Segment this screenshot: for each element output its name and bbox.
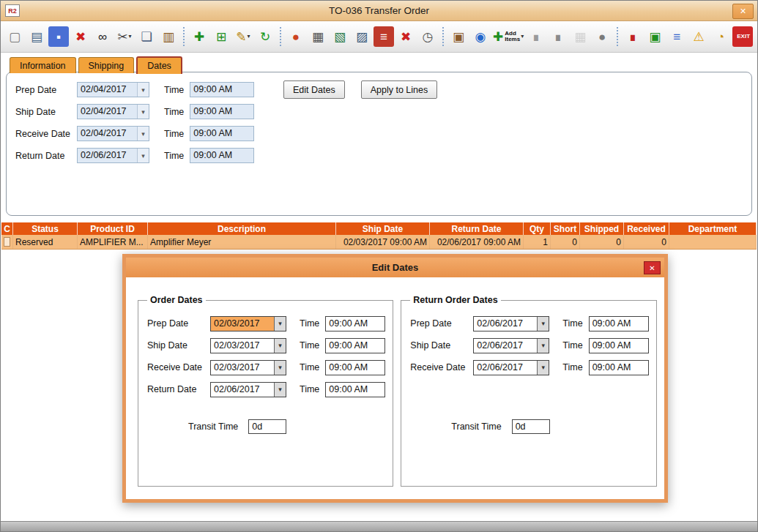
- column-header-qty[interactable]: Qty: [524, 222, 551, 235]
- order-prep-date-value: 02/03/2017: [211, 317, 274, 331]
- receive-date-combo[interactable]: 02/04/2017: [77, 126, 149, 141]
- tab-shipping[interactable]: Shipping: [78, 57, 135, 73]
- order-transit-time-label: Transit Time: [188, 422, 238, 432]
- chevron-down-icon[interactable]: [137, 83, 149, 97]
- package-icon[interactable]: ▣: [448, 26, 469, 47]
- return-receive-date-combo[interactable]: 02/06/2017: [473, 360, 549, 375]
- print-icon[interactable]: ▤: [26, 26, 47, 47]
- globe-disk-icon[interactable]: ◉: [470, 26, 491, 47]
- return-transit-time-label: Transit Time: [451, 422, 501, 432]
- calendar-clock-icon[interactable]: ◷: [417, 26, 438, 47]
- chevron-down-icon[interactable]: [274, 317, 286, 331]
- order-receive-time-field[interactable]: 09:00 AM: [325, 360, 385, 375]
- row-checkbox[interactable]: [4, 237, 10, 247]
- return-prep-time-field[interactable]: 09:00 AM: [589, 316, 649, 331]
- truck-return-icon[interactable]: ∎: [548, 26, 568, 47]
- exit-icon[interactable]: EXIT: [732, 26, 753, 47]
- add-items-icon[interactable]: ✚Add Items: [492, 26, 524, 47]
- chevron-down-icon[interactable]: [137, 127, 149, 141]
- chevron-down-icon[interactable]: [274, 383, 286, 397]
- column-header-status[interactable]: Status: [13, 222, 78, 235]
- column-header-c[interactable]: C: [1, 222, 13, 235]
- return-ship-time-field[interactable]: 09:00 AM: [589, 338, 649, 353]
- column-header-ship-date[interactable]: Ship Date: [336, 222, 430, 235]
- copy-icon[interactable]: ❏: [136, 26, 157, 47]
- warning-icon[interactable]: ⚠: [688, 26, 709, 47]
- add-line-icon[interactable]: ✚: [189, 26, 209, 47]
- return-transit-time-input[interactable]: 0d: [512, 419, 550, 434]
- chevron-down-icon[interactable]: [537, 339, 549, 353]
- time-stamp-icon[interactable]: ◔: [710, 26, 731, 47]
- pallet-icon[interactable]: ▦: [570, 26, 590, 47]
- column-header-return-date[interactable]: Return Date: [430, 222, 524, 235]
- prep-date-combo[interactable]: 02/04/2017: [77, 82, 149, 97]
- column-header-department[interactable]: Department: [669, 222, 757, 235]
- tab-dates[interactable]: Dates: [136, 56, 182, 74]
- chevron-down-icon[interactable]: [137, 105, 149, 119]
- column-header-short[interactable]: Short: [551, 222, 580, 235]
- chevron-down-icon[interactable]: [248, 34, 250, 40]
- chevron-down-icon[interactable]: [274, 339, 286, 353]
- ship-time-field[interactable]: 09:00 AM: [190, 104, 254, 119]
- chevron-down-icon[interactable]: [537, 361, 549, 375]
- invoice-register-icon[interactable]: ▨: [352, 26, 372, 47]
- column-header-description[interactable]: Description: [148, 222, 336, 235]
- add-line-detail-icon[interactable]: ⊞: [211, 26, 231, 47]
- refresh-icon[interactable]: ↻: [255, 26, 275, 47]
- order-receive-date-row: Receive Date 02/03/2017 Time 09:00 AM: [147, 359, 385, 375]
- chevron-down-icon[interactable]: [137, 149, 149, 162]
- red-book-icon[interactable]: ≡: [374, 26, 394, 47]
- report-document-icon[interactable]: ≡: [666, 26, 687, 47]
- chevron-down-icon[interactable]: [537, 317, 549, 331]
- product-spheres-icon[interactable]: ●: [286, 26, 306, 47]
- rock-icon[interactable]: ●: [592, 26, 612, 47]
- calendar-remove-icon[interactable]: ✖: [395, 26, 416, 47]
- paste-icon[interactable]: ▥: [158, 26, 179, 47]
- prep-time-field[interactable]: 09:00 AM: [190, 82, 254, 97]
- order-prep-date-combo[interactable]: 02/03/2017: [210, 316, 286, 331]
- order-prep-time-field[interactable]: 09:00 AM: [325, 316, 385, 331]
- return-ship-date-combo[interactable]: 02/06/2017: [473, 338, 549, 353]
- prep-date-label: Prep Date: [15, 85, 77, 95]
- order-return-date-combo[interactable]: 02/06/2017: [210, 382, 286, 397]
- edit-dates-button[interactable]: Edit Dates: [283, 80, 345, 99]
- return-date-combo[interactable]: 02/06/2017: [77, 148, 149, 163]
- calculator-icon[interactable]: ▦: [308, 26, 328, 47]
- return-time-field[interactable]: 09:00 AM: [190, 148, 254, 163]
- column-header-received[interactable]: Received: [624, 222, 669, 235]
- window-close-button[interactable]: ✕: [732, 4, 754, 19]
- cash-register-icon[interactable]: ▧: [330, 26, 350, 47]
- dialog-title: Edit Dates: [372, 262, 419, 273]
- return-prep-date-combo[interactable]: 02/06/2017: [473, 316, 549, 331]
- chevron-down-icon[interactable]: [274, 361, 286, 375]
- red-truck-icon[interactable]: ∎: [623, 26, 643, 47]
- cut-icon[interactable]: ✂: [114, 26, 135, 47]
- delete-icon[interactable]: ✖: [70, 26, 91, 47]
- status-strip: [1, 521, 757, 531]
- order-transit-time-input[interactable]: 0d: [248, 419, 286, 434]
- table-row[interactable]: Reserved AMPLIFIER M... Amplifier Meyer …: [1, 235, 757, 250]
- chevron-down-icon[interactable]: [521, 34, 524, 40]
- column-header-shipped[interactable]: Shipped: [580, 222, 624, 235]
- return-transit-time-row: Transit Time 0d: [410, 419, 648, 434]
- order-ship-time-field[interactable]: 09:00 AM: [325, 338, 385, 353]
- dialog-close-button[interactable]: ✕: [644, 261, 661, 274]
- return-prep-date-label: Prep Date: [410, 318, 473, 329]
- truck-out-icon[interactable]: ∎: [526, 26, 546, 47]
- order-return-time-field[interactable]: 09:00 AM: [325, 382, 385, 397]
- return-receive-time-field[interactable]: 09:00 AM: [589, 360, 649, 375]
- column-header-product-id[interactable]: Product ID: [78, 222, 148, 235]
- new-document-icon[interactable]: ▢: [4, 26, 25, 47]
- chevron-down-icon[interactable]: [129, 34, 132, 40]
- save-icon[interactable]: ▪: [48, 26, 69, 47]
- tab-information[interactable]: Information: [10, 57, 76, 73]
- edit-dates-dialog: Edit Dates ✕ Order Dates Prep Date 02/03…: [122, 254, 668, 503]
- register-green-icon[interactable]: ▣: [644, 26, 665, 47]
- ship-date-combo[interactable]: 02/04/2017: [77, 104, 149, 119]
- receive-time-field[interactable]: 09:00 AM: [190, 126, 254, 141]
- edit-memo-icon[interactable]: ✎: [233, 26, 253, 47]
- find-binoculars-icon[interactable]: ∞: [92, 26, 113, 47]
- order-receive-date-combo[interactable]: 02/03/2017: [210, 360, 286, 375]
- apply-to-lines-button[interactable]: Apply to Lines: [361, 80, 438, 99]
- order-ship-date-combo[interactable]: 02/03/2017: [210, 338, 286, 353]
